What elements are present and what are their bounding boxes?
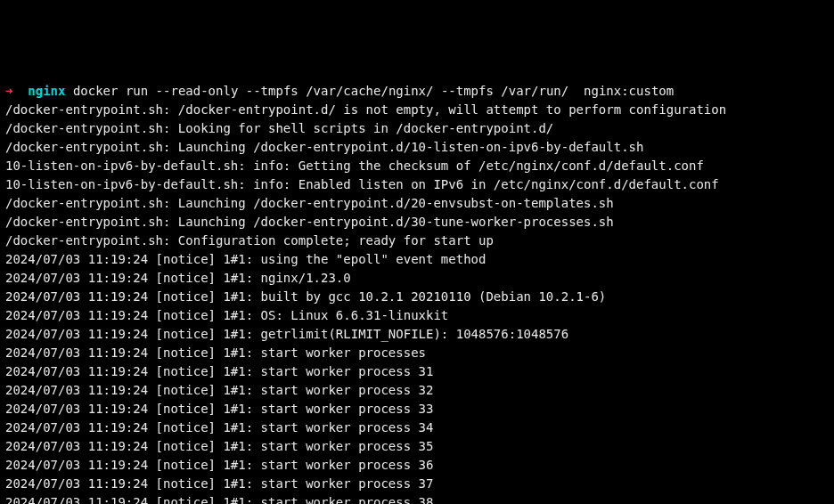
output-line: /docker-entrypoint.sh: Launching /docker… [5,140,643,154]
prompt-line: ➜ nginx docker run --read-only --tmpfs /… [5,84,674,98]
output-line: 2024/07/03 11:19:24 [notice] 1#1: start … [5,476,433,491]
output-line: 2024/07/03 11:19:24 [notice] 1#1: start … [5,420,433,435]
output-line: 2024/07/03 11:19:24 [notice] 1#1: start … [5,495,433,504]
output-line: 2024/07/03 11:19:24 [notice] 1#1: start … [5,364,433,378]
output-line: 2024/07/03 11:19:24 [notice] 1#1: using … [5,252,486,266]
output-line: 2024/07/03 11:19:24 [notice] 1#1: built … [5,289,606,304]
output-line: 2024/07/03 11:19:24 [notice] 1#1: start … [5,458,433,472]
output-line: /docker-entrypoint.sh: Launching /docker… [5,196,614,210]
output-line: 2024/07/03 11:19:24 [notice] 1#1: getrli… [5,327,568,341]
output-line: 10-listen-on-ipv6-by-default.sh: info: E… [5,177,719,191]
output-line: /docker-entrypoint.sh: Looking for shell… [5,121,553,135]
output-line: 2024/07/03 11:19:24 [notice] 1#1: nginx/… [5,271,351,285]
output-line: 10-listen-on-ipv6-by-default.sh: info: G… [5,159,704,173]
output-line: /docker-entrypoint.sh: Launching /docker… [5,215,614,229]
output-line: 2024/07/03 11:19:24 [notice] 1#1: OS: Li… [5,308,448,322]
terminal-output[interactable]: ➜ nginx docker run --read-only --tmpfs /… [5,82,829,504]
output-line: 2024/07/03 11:19:24 [notice] 1#1: start … [5,345,426,360]
output-line: /docker-entrypoint.sh: Configuration com… [5,233,494,248]
output-line: 2024/07/03 11:19:24 [notice] 1#1: start … [5,383,433,397]
prompt-directory: nginx [28,84,65,98]
output-line: /docker-entrypoint.sh: /docker-entrypoin… [5,102,726,117]
output-line: 2024/07/03 11:19:24 [notice] 1#1: start … [5,402,433,416]
command-text: docker run --read-only --tmpfs /var/cach… [73,84,674,98]
output-line: 2024/07/03 11:19:24 [notice] 1#1: start … [5,439,433,453]
prompt-arrow-icon: ➜ [5,84,12,98]
